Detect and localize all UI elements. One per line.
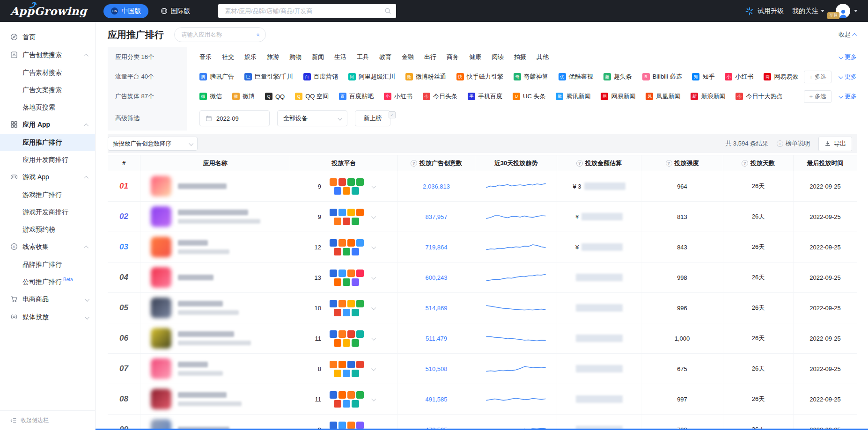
app-icon-blurred[interactable] bbox=[151, 389, 171, 409]
checkbox-icon[interactable]: ✓ bbox=[389, 111, 396, 118]
my-following-menu[interactable]: 我的关注 bbox=[792, 7, 824, 15]
info-icon[interactable]: ? bbox=[666, 160, 672, 167]
chevron-down-icon[interactable] bbox=[371, 335, 376, 340]
chevron-down-icon[interactable] bbox=[371, 305, 376, 310]
global-search-input[interactable] bbox=[225, 7, 384, 15]
month-picker[interactable]: 2022-09 bbox=[199, 110, 270, 126]
sidebar-subitem[interactable]: 应用开发商排行 bbox=[0, 151, 95, 168]
platform-option[interactable]: 腾腾讯广告 bbox=[199, 73, 234, 81]
table-row[interactable]: 029837,957¥81326天2022-09-25 bbox=[108, 202, 857, 232]
sidebar-item[interactable]: 应用 App bbox=[0, 116, 95, 134]
category-option[interactable]: 教育 bbox=[379, 53, 391, 61]
table-row[interactable]: 0413600,24399826天2022-09-25 bbox=[108, 262, 857, 293]
platform-option[interactable]: 微微信 bbox=[199, 92, 222, 101]
sidebar-item[interactable]: 广告创意搜索 bbox=[0, 46, 95, 64]
multi-select-button[interactable]: +多选 bbox=[804, 71, 831, 83]
app-name-search-input[interactable] bbox=[181, 31, 257, 38]
creatives-count-link[interactable]: 2,036,813 bbox=[423, 183, 450, 190]
category-option[interactable]: 新闻 bbox=[312, 53, 324, 61]
platform-option[interactable]: 凤凤凰新闻 bbox=[646, 92, 680, 101]
category-option[interactable]: 阅读 bbox=[492, 53, 504, 61]
platform-option[interactable]: QQQ 空间 bbox=[295, 92, 329, 101]
table-row[interactable]: 099478,59572326天2022-09-25 bbox=[108, 415, 857, 430]
creatives-count-link[interactable]: 511,479 bbox=[426, 335, 447, 342]
sidebar-subitem[interactable]: 落地页搜索 bbox=[0, 99, 95, 116]
sidebar-item[interactable]: 首页 bbox=[0, 29, 95, 46]
platform-option[interactable]: BBilibili 必选 bbox=[642, 73, 682, 81]
creatives-count-link[interactable]: 514,869 bbox=[426, 305, 448, 312]
intl-version-button[interactable]: 国际版 bbox=[161, 7, 190, 15]
table-row[interactable]: 078510,50867526天2022-09-25 bbox=[108, 354, 857, 384]
category-option[interactable]: 购物 bbox=[289, 53, 302, 61]
platform-option[interactable]: 知知乎 bbox=[692, 73, 714, 81]
category-option[interactable]: 健康 bbox=[469, 53, 481, 61]
platform-option[interactable]: 微微博 bbox=[232, 92, 255, 101]
sidebar-item[interactable]: 媒体投放 bbox=[0, 308, 95, 326]
info-icon[interactable]: ? bbox=[576, 160, 583, 167]
collapse-filters-button[interactable]: 收起 bbox=[839, 30, 857, 39]
sidebar-item[interactable]: R线索收集 bbox=[0, 238, 95, 256]
sidebar-subitem[interactable]: 广告素材搜索 bbox=[0, 64, 95, 81]
info-icon[interactable]: ? bbox=[411, 160, 417, 167]
sidebar-subitem[interactable]: 游戏开发商排行 bbox=[0, 204, 95, 221]
category-option[interactable]: 其他 bbox=[537, 53, 549, 61]
app-icon-blurred[interactable] bbox=[151, 298, 171, 318]
device-select[interactable]: 全部设备 bbox=[277, 110, 347, 126]
sidebar-subitem[interactable]: 品牌推广排行 bbox=[0, 256, 95, 273]
category-option[interactable]: 出行 bbox=[424, 53, 436, 61]
search-icon[interactable] bbox=[384, 7, 391, 15]
app-icon-blurred[interactable] bbox=[151, 267, 171, 288]
info-icon[interactable]: ? bbox=[742, 160, 748, 167]
chevron-down-icon[interactable] bbox=[371, 396, 376, 401]
category-option[interactable]: 旅游 bbox=[267, 53, 279, 61]
platform-option[interactable]: 阿阿里超级汇川 bbox=[348, 73, 395, 81]
creatives-count-link[interactable]: 491,585 bbox=[426, 396, 448, 403]
sidebar-item[interactable]: 游戏 App bbox=[0, 168, 95, 186]
platform-option[interactable]: 腾腾讯新闻 bbox=[556, 92, 590, 101]
export-button[interactable]: 导出 bbox=[818, 137, 852, 151]
app-icon-blurred[interactable] bbox=[151, 176, 171, 197]
creatives-count-link[interactable]: 510,508 bbox=[426, 365, 448, 372]
chevron-down-icon[interactable] bbox=[371, 275, 376, 279]
platform-option[interactable]: 网网易易效 bbox=[764, 73, 798, 81]
app-icon-blurred[interactable] bbox=[151, 206, 171, 227]
platform-option[interactable]: 今今日头条 bbox=[423, 92, 457, 101]
platform-option[interactable]: UUC 头条 bbox=[513, 92, 545, 101]
category-option[interactable]: 社交 bbox=[222, 53, 234, 61]
more-button[interactable]: 更多 bbox=[839, 92, 857, 101]
table-row[interactable]: 0510514,86999626天2022-09-25 bbox=[108, 293, 857, 323]
platform-option[interactable]: 网网易新闻 bbox=[601, 92, 635, 101]
table-row[interactable]: 0312719,864¥84326天2022-09-25 bbox=[108, 232, 857, 262]
app-icon-blurred[interactable] bbox=[151, 237, 171, 257]
new-on-list-button[interactable]: 新上榜 bbox=[355, 110, 390, 126]
category-option[interactable]: 金融 bbox=[402, 53, 414, 61]
platform-option[interactable]: 小小红书 bbox=[725, 73, 753, 81]
sidebar-subitem[interactable]: 应用推广排行 bbox=[0, 134, 95, 151]
platform-option[interactable]: 微微博粉丝通 bbox=[405, 73, 446, 81]
more-button[interactable]: 更多 bbox=[839, 73, 857, 81]
sidebar-subitem[interactable]: 游戏推广排行 bbox=[0, 186, 95, 204]
chevron-down-icon[interactable] bbox=[371, 183, 376, 188]
creatives-count-link[interactable]: 600,243 bbox=[426, 274, 448, 281]
sidebar-item[interactable]: 电商商品 bbox=[0, 291, 95, 308]
sidebar-subitem[interactable]: 广告文案搜索 bbox=[0, 81, 95, 99]
sidebar-subitem[interactable]: 游戏预约榜 bbox=[0, 221, 95, 238]
creatives-count-link[interactable]: 719,864 bbox=[426, 244, 448, 251]
platform-option[interactable]: 手手机百度 bbox=[468, 92, 502, 101]
sidebar-subitem[interactable]: 公司推广排行Beta bbox=[0, 273, 95, 291]
cn-version-button[interactable]: CN 中国版 bbox=[103, 4, 148, 18]
platform-option[interactable]: QQQ bbox=[265, 93, 285, 100]
category-option[interactable]: 音乐 bbox=[199, 53, 212, 61]
platform-option[interactable]: 趣趣头条 bbox=[603, 73, 632, 81]
trial-upgrade-button[interactable]: 试用升级 bbox=[745, 7, 784, 15]
category-option[interactable]: 拍摄 bbox=[514, 53, 526, 61]
table-row[interactable]: 0811491,58599726天2022-09-25 bbox=[108, 384, 857, 415]
chevron-down-icon[interactable] bbox=[371, 366, 376, 371]
user-menu[interactable]: 至尊 bbox=[836, 4, 858, 18]
platform-option[interactable]: 优优酷睿视 bbox=[559, 73, 593, 81]
ranking-notes-link[interactable]: i 榜单说明 bbox=[777, 139, 810, 148]
app-icon-blurred[interactable] bbox=[151, 328, 171, 349]
platform-option[interactable]: 百百度营销 bbox=[303, 73, 338, 81]
search-icon[interactable] bbox=[257, 31, 260, 38]
chevron-down-icon[interactable] bbox=[371, 244, 376, 249]
